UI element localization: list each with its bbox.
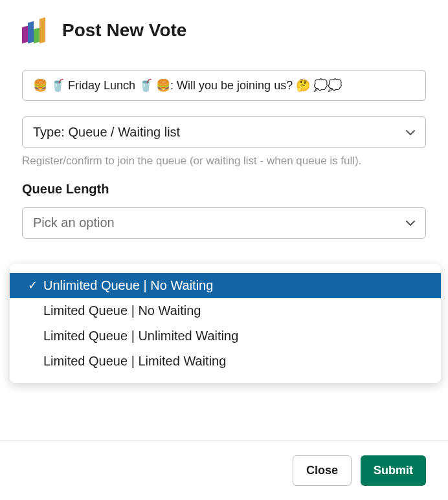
queue-length-select[interactable]: Pick an option <box>22 207 426 239</box>
queue-length-dropdown: Unlimited Queue | No WaitingLimited Queu… <box>10 264 441 383</box>
dropdown-option[interactable]: Unlimited Queue | No Waiting <box>10 273 441 298</box>
modal-footer: Close Submit <box>0 440 448 500</box>
chevron-down-icon <box>406 219 415 228</box>
topic-input-value: 🍔 🥤 Friday Lunch 🥤 🍔: Will you be joinin… <box>33 78 415 92</box>
type-select[interactable]: Type: Queue / Waiting list <box>22 116 426 148</box>
post-vote-modal: Post New Vote 🍔 🥤 Friday Lunch 🥤 🍔: Will… <box>0 0 448 239</box>
queue-length-placeholder: Pick an option <box>33 215 115 230</box>
dropdown-option[interactable]: Limited Queue | Limited Waiting <box>10 349 441 374</box>
close-button[interactable]: Close <box>293 455 352 486</box>
dropdown-option[interactable]: Limited Queue | No Waiting <box>10 298 441 323</box>
queue-length-label: Queue Length <box>22 182 426 197</box>
modal-title: Post New Vote <box>62 20 186 41</box>
submit-button[interactable]: Submit <box>361 455 426 486</box>
app-logo-icon <box>22 18 47 43</box>
type-helper-text: Register/confirm to join the queue (or w… <box>22 155 426 168</box>
topic-input[interactable]: 🍔 🥤 Friday Lunch 🥤 🍔: Will you be joinin… <box>22 70 426 101</box>
dropdown-option[interactable]: Limited Queue | Unlimited Waiting <box>10 323 441 349</box>
type-select-value: Type: Queue / Waiting list <box>33 125 180 140</box>
modal-header: Post New Vote <box>22 18 426 43</box>
chevron-down-icon <box>406 128 415 137</box>
